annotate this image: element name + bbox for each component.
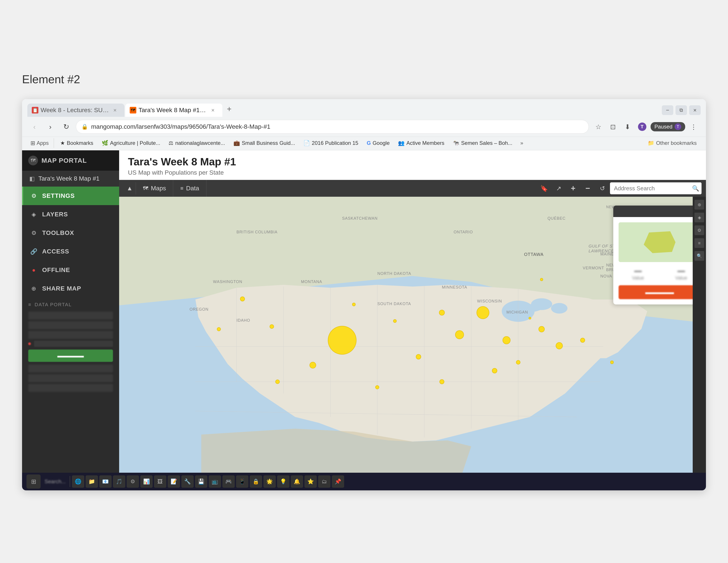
sidebar-toolbox[interactable]: ⚙ TOOLBOX (22, 224, 119, 242)
taskbar-icon-excel[interactable]: 📊 (140, 475, 153, 488)
address-bar[interactable]: 🔒 mangomap.com/larsenfw303/maps/96506/Ta… (76, 120, 589, 133)
pop-dot-19[interactable] (492, 368, 497, 373)
pop-dot-4[interactable] (352, 303, 356, 306)
other-bookmarks-button[interactable]: 📁 Other bookmarks (645, 139, 700, 147)
data-item-with-dot[interactable] (28, 341, 113, 347)
pop-dot-2[interactable] (217, 327, 221, 331)
side-panel-btn-4[interactable]: ≡ (694, 238, 704, 248)
minimize-button[interactable]: − (662, 105, 673, 115)
bookmark-agriculture[interactable]: 🌿 Agriculture | Pollute... (98, 139, 164, 147)
pop-dot-17[interactable] (375, 385, 379, 389)
data-portal-button[interactable]: ▬▬▬▬▬ (28, 350, 113, 362)
taskbar-icon-media[interactable]: 📺 (209, 475, 221, 488)
bookmarks-more-button[interactable]: » (517, 139, 526, 147)
apps-button[interactable]: ⊞ Apps (28, 138, 51, 148)
taskbar-icon-mail[interactable]: 📧 (99, 475, 112, 488)
pop-dot-20[interactable] (610, 361, 614, 364)
bookmark-star-button[interactable]: ☆ (592, 120, 605, 133)
sidebar-settings[interactable]: ⚙ SETTINGS (22, 186, 119, 205)
map-tab-maps[interactable]: 🗺 Maps (136, 180, 173, 197)
sidebar-offline[interactable]: ● OFFLINE (22, 261, 119, 279)
browser-tab-1[interactable]: 📋 Week 8 - Lectures: SURV OF GEO... × (27, 103, 124, 117)
pop-dot-7[interactable] (540, 278, 543, 281)
menu-button[interactable]: ⋮ (687, 120, 700, 133)
close-window-button[interactable]: × (689, 105, 701, 115)
map-tab-data[interactable]: ≡ Data (173, 180, 206, 197)
taskbar-icon-files[interactable]: 📁 (86, 475, 98, 488)
side-panel-btn-1[interactable]: ⊕ (694, 200, 704, 209)
pop-dot-8[interactable] (328, 326, 356, 355)
address-search-input[interactable] (610, 185, 690, 192)
bookmark-google[interactable]: G Google (363, 139, 393, 147)
taskbar-icon-mobile[interactable]: 📱 (236, 475, 248, 488)
taskbar-icon-pin[interactable]: 📌 (332, 475, 344, 488)
pop-dot-5[interactable] (439, 310, 445, 316)
pop-dot-15[interactable] (310, 362, 316, 369)
taskbar-icon-games[interactable]: 🎮 (222, 475, 235, 488)
pop-dot-18[interactable] (439, 379, 444, 384)
share-tool-button[interactable]: ↗ (552, 181, 565, 195)
pop-dot-1[interactable] (240, 297, 245, 302)
tab1-close[interactable]: × (112, 107, 118, 113)
address-search-button[interactable]: 🔍 (690, 182, 702, 194)
taskbar-start-button[interactable]: ⊞ (26, 475, 41, 489)
reload-button[interactable]: ↻ (60, 120, 72, 133)
taskbar-icon-light[interactable]: 💡 (277, 475, 289, 488)
pop-dot-3[interactable] (270, 324, 274, 329)
sidebar-map-item[interactable]: ◧ Tara's Week 8 Map #1 (22, 171, 119, 186)
taskbar-icon-calendar[interactable]: ⭐ (304, 475, 317, 488)
taskbar-icon-star[interactable]: 🌟 (263, 475, 276, 488)
data-item-2[interactable] (28, 321, 113, 329)
data-item-5[interactable] (28, 374, 113, 382)
pop-dot-21[interactable] (516, 360, 520, 365)
bookmark-publication15[interactable]: 📄 2016 Publication 15 (300, 139, 362, 147)
side-panel-btn-5[interactable]: 🔍 (694, 251, 704, 261)
zoom-in-button[interactable]: + (566, 181, 580, 195)
pop-dot-13[interactable] (580, 338, 585, 343)
new-tab-button[interactable]: + (223, 103, 235, 115)
popup-action-button[interactable]: ▬▬▬▬▬ (619, 285, 701, 299)
pop-dot-16[interactable] (275, 380, 280, 384)
taskbar-icon-browser[interactable]: 🌐 (72, 475, 84, 488)
refresh-map-button[interactable]: ↺ (595, 181, 609, 195)
data-item-4[interactable] (28, 365, 113, 373)
taskbar-icon-tools[interactable]: 🔧 (181, 475, 194, 488)
pop-dot-10[interactable] (503, 336, 510, 344)
taskbar-icon-save[interactable]: 💾 (195, 475, 207, 488)
profile-button[interactable]: T (636, 120, 648, 133)
extensions-button[interactable]: ⊡ (607, 120, 619, 133)
maximize-button[interactable]: ⧉ (675, 105, 687, 115)
taskbar-icon-settings[interactable]: ⚙ (127, 475, 139, 488)
side-panel-btn-3[interactable]: ⚙ (694, 225, 704, 235)
pop-dot-11[interactable] (538, 326, 545, 332)
bookmark-tool-button[interactable]: 🔖 (537, 181, 551, 195)
downloads-button[interactable]: ⬇ (621, 120, 634, 133)
data-item-6[interactable] (28, 384, 113, 392)
back-button[interactable]: ‹ (28, 120, 41, 133)
taskbar-icon-folder2[interactable]: 🗂 (318, 475, 330, 488)
browser-tab-2[interactable]: 🗺 Tara's Week 8 Map #1 - Maps | t... × (125, 103, 222, 117)
side-panel-btn-2[interactable]: ◈ (694, 212, 704, 222)
bookmark-semensales[interactable]: 🐄 Semen Sales – Boh... (449, 139, 516, 147)
forward-button[interactable]: › (44, 120, 56, 133)
bookmark-activemembers[interactable]: 👥 Active Members (394, 139, 448, 147)
sidebar-layers[interactable]: ◈ LAYERS (22, 205, 119, 224)
bookmark-smallbusiness[interactable]: 💼 Small Business Guid... (230, 139, 298, 147)
map-canvas[interactable]: BRITISH COLUMBIA SASKATCHEWAN ONTARIO QU… (119, 197, 706, 473)
taskbar-icon-notif[interactable]: 🔔 (291, 475, 303, 488)
pop-dot-9[interactable] (455, 330, 464, 339)
bookmark-bookmarks[interactable]: ★ Bookmarks (57, 139, 97, 147)
data-item-3[interactable] (28, 331, 113, 339)
bookmark-nationalaglaw[interactable]: ⚖ nationalaglawcente... (165, 139, 229, 147)
pop-dot-12[interactable] (556, 342, 563, 349)
zoom-out-button[interactable]: − (581, 181, 595, 195)
data-item-1[interactable] (28, 312, 113, 320)
pop-dot-23[interactable] (529, 317, 531, 320)
taskbar-icon-notepad[interactable]: 📝 (168, 475, 180, 488)
sidebar-sharemap[interactable]: ⊕ SHARE MAP (22, 279, 119, 298)
tab2-close[interactable]: × (210, 107, 216, 113)
map-collapse-button[interactable]: ▲ (124, 182, 136, 194)
pop-dot-6[interactable] (477, 306, 489, 319)
sidebar-access[interactable]: 🔗 ACCESS (22, 242, 119, 261)
taskbar-icon-photos[interactable]: 🖼 (154, 475, 166, 488)
